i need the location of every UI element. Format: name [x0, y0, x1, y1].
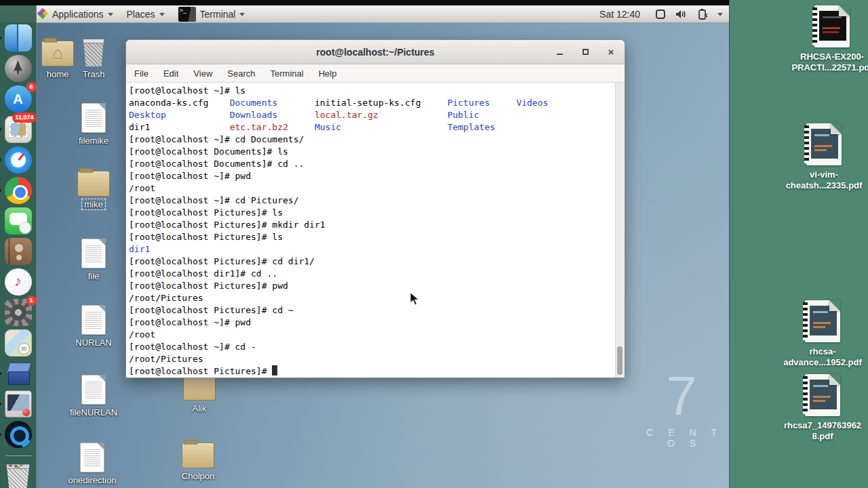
dock-vm-window[interactable] — [5, 390, 32, 418]
maps-icon — [5, 329, 32, 357]
terminal-output: [root@localhost ~]# lsanaconda-ks.cfg Do… — [126, 83, 625, 378]
icon-label: filemike — [79, 136, 108, 146]
folder-icon — [77, 171, 110, 197]
terminal-content[interactable]: [root@localhost ~]# lsanaconda-ks.cfg Do… — [126, 83, 625, 378]
chrome-icon — [5, 177, 32, 204]
icon-label: file — [88, 271, 100, 281]
dock-separator — [5, 455, 31, 456]
dock-launchpad[interactable] — [5, 55, 32, 82]
host-file-rhcsa-ex200[interactable]: RHCSA-EX200-PRACTI...22571.pdf — [790, 5, 868, 73]
menu-edit[interactable]: Edit — [158, 66, 184, 81]
app-store-badge: 6 — [26, 82, 37, 92]
applications-label: Applications — [52, 9, 104, 20]
running-dot — [0, 433, 1, 436]
menu-help[interactable]: Help — [313, 66, 342, 81]
centos-7: 7 — [634, 367, 729, 424]
icon-label: fileNURLAN — [70, 407, 117, 418]
dock-finder[interactable] — [5, 24, 32, 52]
document-icon — [81, 305, 106, 335]
desktop-icon-file[interactable]: file — [65, 239, 122, 281]
dock-messages[interactable] — [5, 207, 32, 235]
terminal-scrollbar[interactable] — [615, 83, 625, 378]
folder-icon — [183, 375, 216, 401]
menu-search[interactable]: Search — [222, 66, 260, 81]
terminal-title: root@localhost:~/Pictures — [316, 47, 434, 58]
dock-mail[interactable]: 11,074 — [5, 116, 32, 143]
pdf-icon — [805, 374, 840, 416]
desktop-icon-trash[interactable]: Trash — [65, 39, 122, 79]
applications-menu[interactable]: Applications — [31, 5, 120, 22]
dock-quicktime[interactable] — [5, 421, 32, 448]
minimize-button[interactable] — [554, 47, 565, 58]
dock-settings[interactable]: 1 — [5, 299, 32, 326]
places-menu[interactable]: Places — [120, 5, 172, 22]
close-button[interactable]: × — [606, 47, 616, 58]
maximize-button[interactable] — [580, 47, 591, 58]
chevron-down-icon — [159, 13, 165, 16]
pdf-icon — [806, 123, 842, 165]
terminal-icon: >_ — [178, 7, 196, 22]
contacts-icon — [5, 238, 32, 265]
terminal-app-menu[interactable]: >_ Terminal — [172, 5, 252, 22]
desktop-icon-mike[interactable]: mike — [65, 171, 122, 209]
icon-label: Alik — [193, 403, 207, 413]
terminal-menu-label: Terminal — [200, 9, 236, 20]
desktop-icon-onedirection[interactable]: onedirection — [64, 443, 121, 485]
desktop-icon-filenurlan[interactable]: fileNURLAN — [65, 375, 122, 418]
mail-badge: 11,074 — [12, 113, 36, 123]
folder-icon — [182, 443, 214, 468]
menu-terminal[interactable]: Terminal — [265, 66, 309, 81]
vm-window-icon — [5, 390, 32, 418]
desktop-icon-cholpon[interactable]: Cholpon — [170, 443, 226, 481]
dock-contacts[interactable] — [5, 238, 32, 265]
host-file-vi-vim-cheatsheet[interactable]: vi-vim-cheatsh...2335.pdf — [782, 123, 866, 191]
centos-name: C E N T O S — [634, 427, 729, 449]
dock-virtualbox[interactable] — [5, 360, 32, 387]
file-label-line: vi-vim- — [782, 169, 866, 180]
chevron-down-icon — [239, 13, 245, 16]
host-file-rhcsa-advanced[interactable]: rhcsa-advance...1952.pdf — [781, 300, 865, 368]
vm-desktop: Applications Places >_ Terminal Sat 12:4… — [0, 0, 730, 488]
terminal-titlebar[interactable]: root@localhost:~/Pictures × — [126, 40, 625, 64]
pdf-icon — [805, 300, 840, 342]
messages-icon — [5, 207, 32, 235]
gnome-topbar: Applications Places >_ Terminal Sat 12:4… — [0, 5, 730, 23]
chevron-down-icon — [108, 13, 113, 16]
dock-safari[interactable] — [5, 146, 32, 174]
applications-icon — [38, 9, 48, 19]
vm-top-black-strip — [0, 0, 730, 5]
file-label-line: cheatsh...2335.pdf — [782, 180, 866, 191]
battery-icon[interactable] — [697, 8, 708, 20]
dock-trash[interactable] — [5, 464, 32, 488]
menu-view[interactable]: View — [188, 66, 218, 81]
clock[interactable]: Sat 12:40 — [599, 9, 640, 20]
settings-badge: 1 — [26, 296, 37, 306]
tray-chevron-down-icon[interactable] — [717, 13, 723, 16]
macos-dock: 6A 11,074 ♪ 1 — [0, 5, 37, 488]
scrollbar-thumb[interactable] — [617, 346, 623, 375]
places-label: Places — [127, 9, 155, 20]
display-icon[interactable] — [655, 9, 666, 20]
terminal-window: root@localhost:~/Pictures × File Edit Vi… — [125, 39, 625, 378]
desktop-icon-filemike[interactable]: filemike — [65, 103, 122, 146]
document-icon — [81, 375, 106, 405]
dock-maps[interactable] — [5, 329, 32, 357]
host-file-rhcsa7[interactable]: rhcsa7_1497639628.pdf — [781, 374, 865, 442]
launchpad-icon — [5, 55, 32, 82]
screen: { "vm": { "topbar": { "applications_labe… — [0, 0, 868, 488]
centos-watermark: 7 C E N T O S — [634, 367, 729, 449]
file-label-line: PRACTI...22571.pdf — [790, 62, 868, 73]
mouse-cursor — [410, 291, 420, 309]
icon-label: Trash — [83, 69, 105, 79]
menu-file[interactable]: File — [129, 66, 154, 81]
file-label-line: RHCSA-EX200- — [790, 52, 868, 62]
desktop-icon-nurlan[interactable]: NURLAN — [65, 305, 122, 348]
running-dot — [0, 159, 1, 161]
dock-chrome[interactable] — [5, 177, 32, 204]
desktop-icon-alik[interactable]: Alik — [171, 375, 228, 413]
volume-icon[interactable] — [675, 9, 688, 20]
dock-itunes[interactable]: ♪ — [5, 268, 32, 296]
dock-app-store[interactable]: 6A — [5, 85, 32, 113]
document-icon — [81, 239, 106, 268]
file-label-line: 8.pdf — [781, 431, 865, 442]
